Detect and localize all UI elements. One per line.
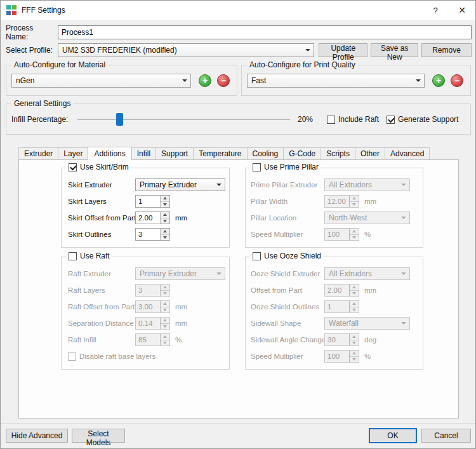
spinner-buttons xyxy=(349,334,359,345)
tab-extruder[interactable]: Extruder xyxy=(18,147,58,159)
use-ooze-shield-checkbox[interactable]: Use Ooze Shield xyxy=(250,251,324,260)
generate-support-checkbox[interactable]: Generate Support xyxy=(387,115,458,124)
spinner-value: 30 xyxy=(325,334,349,345)
profile-select[interactable]: UM2 S3D FREDERIEK (modified) xyxy=(58,43,314,57)
setting-label: Raft Infill xyxy=(68,336,135,344)
cancel-button[interactable]: Cancel xyxy=(421,429,471,443)
help-button[interactable]: ? xyxy=(422,1,449,20)
checkbox-label: Disable raft base layers xyxy=(79,352,155,360)
spinner-buttons[interactable] xyxy=(160,196,169,207)
setting-row: Offset from Part2.00mm xyxy=(251,284,418,297)
setting-label: Skirt Outlines xyxy=(68,231,135,238)
unit-label: % xyxy=(364,352,371,360)
ok-button[interactable]: OK xyxy=(369,428,417,443)
tab-g-code[interactable]: G-Code xyxy=(283,147,321,159)
chevron-down-icon xyxy=(401,322,406,325)
spin-down-button xyxy=(350,234,359,241)
chevron-down-icon xyxy=(163,236,167,239)
infill-slider-handle[interactable] xyxy=(116,113,123,126)
hide-advanced-button[interactable]: Hide Advanced xyxy=(6,429,68,443)
chevron-down-icon xyxy=(352,342,356,344)
quality-select-value: Fast xyxy=(251,76,412,85)
update-profile-button[interactable]: Update Profile xyxy=(319,43,367,57)
skirt-outlines-spinner[interactable]: 3 xyxy=(135,228,170,241)
use-prime-pillar-checkbox[interactable]: Use Prime Pillar xyxy=(250,163,321,171)
disable-raft-base-layers-checkbox: Disable raft base layers xyxy=(68,352,155,361)
tab-other[interactable]: Other xyxy=(355,147,385,159)
spin-down-button xyxy=(350,356,359,363)
material-remove-button[interactable]: − xyxy=(217,74,230,87)
setting-row: Raft Offset from Part3.00mm xyxy=(68,300,224,313)
process-name-input[interactable] xyxy=(58,25,472,39)
infill-slider[interactable] xyxy=(77,112,290,126)
spin-down-button[interactable] xyxy=(161,201,169,208)
quality-remove-button[interactable]: − xyxy=(451,74,463,87)
save-as-new-button[interactable]: Save as New xyxy=(371,43,418,57)
include-raft-checkbox[interactable]: Include Raft xyxy=(327,115,379,124)
chevron-down-icon xyxy=(352,292,356,295)
material-select[interactable]: nGen xyxy=(11,74,191,88)
skirt-offset-from-part-spinner[interactable]: 2.00 xyxy=(135,211,170,224)
chevron-up-icon xyxy=(352,230,356,232)
auto-configure-quality-group: Auto-Configure for Print Quality Fast + … xyxy=(241,65,471,96)
spin-up-button xyxy=(350,351,359,356)
spin-up-button[interactable] xyxy=(161,212,169,218)
tab-support[interactable]: Support xyxy=(155,147,194,159)
tab-layer[interactable]: Layer xyxy=(58,147,88,159)
unit-label: mm xyxy=(175,303,187,311)
tab-additions[interactable]: Additions xyxy=(88,147,131,160)
setting-label: Ooze Shield Outlines xyxy=(251,303,324,311)
setting-row: Skirt ExtruderPrimary Extruder xyxy=(68,178,224,191)
spin-down-button[interactable] xyxy=(161,234,169,241)
quality-select[interactable]: Fast xyxy=(247,74,425,88)
tab-advanced[interactable]: Advanced xyxy=(385,147,430,159)
unit-label: deg xyxy=(364,336,376,344)
chevron-up-icon xyxy=(352,302,356,305)
spin-down-button xyxy=(161,307,169,313)
plus-icon: + xyxy=(436,76,441,85)
chevron-up-icon xyxy=(163,302,167,305)
setting-label: Ooze Shield Extruder xyxy=(251,270,324,278)
spin-up-button[interactable] xyxy=(161,196,169,201)
checkbox-box xyxy=(69,163,77,171)
checkbox-box xyxy=(253,252,261,260)
spinner-buttons xyxy=(160,285,169,296)
spinner-buttons[interactable] xyxy=(160,212,169,224)
separation-distance-spinner: 0.14 xyxy=(135,317,170,330)
tab-bar: ExtruderLayerAdditionsInfillSupportTempe… xyxy=(18,147,459,160)
skirt-layers-spinner[interactable]: 1 xyxy=(135,195,170,208)
setting-row: Skirt Layers1 xyxy=(68,195,224,208)
setting-row: Raft ExtruderPrimary Extruder xyxy=(68,267,224,280)
use-prime-pillar-group: Use Prime PillarPrime Pillar ExtruderAll… xyxy=(245,168,423,248)
unit-label: mm xyxy=(175,214,187,222)
tab-cooling[interactable]: Cooling xyxy=(247,147,284,159)
quality-add-button[interactable]: + xyxy=(432,74,445,87)
chevron-up-icon xyxy=(163,286,167,288)
minus-icon: − xyxy=(454,76,459,85)
close-button[interactable]: ✕ xyxy=(449,1,475,20)
spinner-value: 100 xyxy=(325,229,349,240)
spin-down-button xyxy=(161,323,169,330)
chevron-up-icon xyxy=(352,352,356,354)
select-models-button[interactable]: Select Models xyxy=(72,429,125,443)
skirt-extruder-select[interactable]: Primary Extruder xyxy=(135,178,225,191)
auto-material-title: Auto-Configure for Material xyxy=(11,60,108,70)
use-skirt-brim-checkbox[interactable]: Use Skirt/Brim xyxy=(66,163,131,171)
spinner-buttons[interactable] xyxy=(160,229,169,240)
use-raft-checkbox[interactable]: Use Raft xyxy=(66,251,112,260)
spinner-buttons xyxy=(160,318,169,329)
tab-temperature[interactable]: Temperature xyxy=(193,147,247,159)
spinner-value: 2.00 xyxy=(325,285,349,296)
tab-infill[interactable]: Infill xyxy=(131,147,156,159)
infill-percentage-label: Infill Percentage: xyxy=(11,115,77,124)
checkbox-label: Use Skirt/Brim xyxy=(80,163,129,171)
tab-scripts[interactable]: Scripts xyxy=(321,147,355,159)
checkbox-label: Use Raft xyxy=(80,251,110,260)
remove-profile-button[interactable]: Remove xyxy=(421,43,472,57)
setting-row: Speed Multiplier100% xyxy=(251,228,418,241)
material-add-button[interactable]: + xyxy=(199,74,211,87)
setting-row: Raft Infill85% xyxy=(68,333,224,346)
spin-up-button[interactable] xyxy=(161,229,169,234)
spin-down-button[interactable] xyxy=(161,218,169,224)
spinner-value: 3 xyxy=(136,285,160,296)
